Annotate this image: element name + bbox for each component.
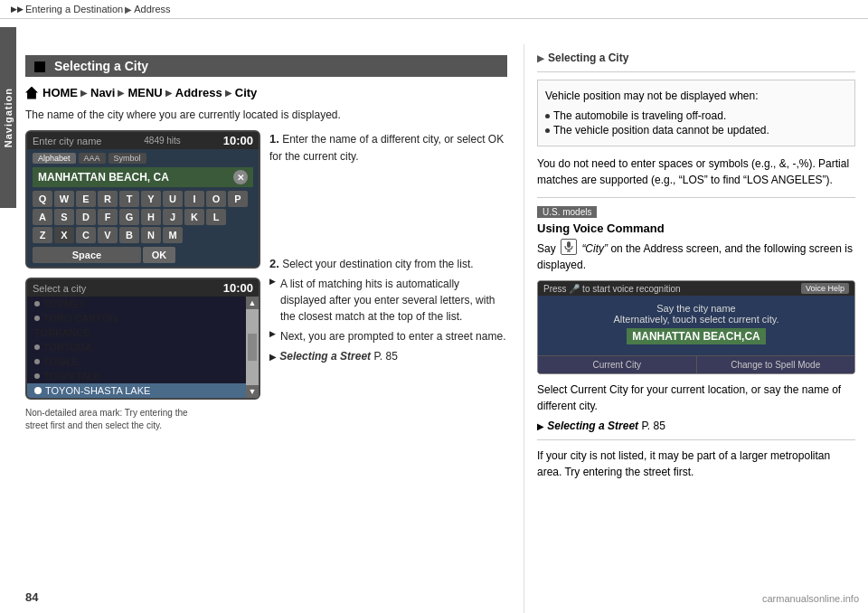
step-1: 1. Enter the name of a different city, o…	[269, 130, 507, 165]
key-e[interactable]: E	[76, 191, 96, 207]
voice-body-line1: Say the city name	[545, 303, 847, 314]
voice-screen-top-label: Press 🎤 to start voice recognition	[543, 284, 681, 294]
ok-key[interactable]: OK	[143, 247, 175, 263]
bullet-dot-1	[545, 114, 550, 118]
key-k[interactable]: K	[184, 209, 204, 225]
voice-command-title: Using Voice Command	[537, 222, 855, 235]
kb-row-3: Z X C V B N M	[33, 227, 253, 243]
key-f[interactable]: F	[98, 209, 118, 225]
watermark: carmanualsonline.info	[762, 593, 859, 604]
key-t[interactable]: T	[119, 191, 139, 207]
key-n[interactable]: N	[141, 227, 161, 243]
step2-bullet2: Next, you are prompted to enter a street…	[269, 328, 507, 344]
nav-home: HOME	[42, 86, 78, 99]
right-title: Selecting a City	[548, 52, 628, 64]
city-name: TORO CANYON	[43, 313, 118, 324]
key-o[interactable]: O	[206, 191, 226, 207]
kb-row-1: Q W E R T Y U I O P	[33, 191, 253, 207]
screen2-topbar: Select a city 10:00	[27, 279, 259, 297]
scroll-down[interactable]: ▼	[246, 385, 259, 398]
current-city-button[interactable]: Current City	[538, 356, 697, 373]
keyboard-tabs: Alphabet AAA Symbol	[33, 153, 253, 164]
breadcrumb-arrow: ▶	[125, 5, 132, 14]
key-y[interactable]: Y	[141, 191, 161, 207]
arrow-right-icon: ▶	[269, 352, 277, 362]
city-bullet	[34, 344, 40, 350]
city-italic-text: “City”	[581, 242, 608, 255]
key-l[interactable]: L	[206, 209, 226, 225]
city-item-tortuga[interactable]: TORTUGA	[27, 340, 246, 354]
key-b[interactable]: B	[119, 227, 139, 243]
key-m[interactable]: M	[163, 227, 183, 243]
selecting-street-ref: ▶ Selecting a Street P. 85	[537, 420, 855, 432]
city-item-toro[interactable]: TORO CANYON	[27, 311, 246, 325]
city-item-torrance[interactable]: TORRANCE	[27, 325, 246, 340]
city-bullet	[34, 316, 40, 321]
scrollbar[interactable]: ▲ ▼	[246, 297, 259, 398]
bullet-dot-2	[545, 128, 550, 133]
svg-rect-0	[567, 241, 571, 248]
screen2-label: Select a city	[33, 283, 86, 294]
city-selected-bullet	[34, 387, 42, 394]
keyboard-area: Alphabet AAA Symbol MANHATTAN BEACH, CA …	[27, 149, 259, 267]
screen-keyboard: Enter city name 4849 hits 10:00 Alphabet…	[25, 130, 260, 269]
key-h[interactable]: H	[141, 209, 161, 225]
info-title: Vehicle position may not be displayed wh…	[545, 88, 847, 104]
city-name: TOYON-SHASTA LAKE	[45, 385, 150, 396]
ref-arrow-icon: ▶	[537, 421, 544, 431]
key-d[interactable]: D	[76, 209, 96, 225]
key-v[interactable]: V	[98, 227, 118, 243]
section-heading: Selecting a City	[25, 55, 507, 77]
screens-steps-container: Enter city name 4849 hits 10:00 Alphabet…	[25, 130, 507, 432]
scroll-thumb[interactable]	[248, 334, 257, 361]
space-key[interactable]: Space	[33, 247, 141, 263]
scroll-up[interactable]: ▲	[246, 297, 259, 309]
step2-ref-text: Selecting a Street	[279, 350, 371, 363]
city-name: TORMEY	[43, 298, 86, 309]
key-w[interactable]: W	[54, 191, 74, 207]
screen-city-list: Select a city 10:00 TORMEY TORO CANYON	[25, 278, 260, 400]
key-g[interactable]: G	[119, 209, 139, 225]
spell-mode-button[interactable]: Change to Spell Mode	[697, 356, 855, 373]
breadcrumb-entering: Entering a Destination	[25, 4, 123, 14]
city-item-towle[interactable]: TOWLE	[27, 354, 246, 369]
nav-arrow-4: ▶	[225, 88, 232, 98]
key-x[interactable]: X	[54, 227, 74, 243]
key-q[interactable]: Q	[33, 191, 52, 207]
key-a[interactable]: A	[33, 209, 52, 225]
step2-bullet1: A list of matching hits is automatically…	[269, 276, 507, 325]
voice-help-button[interactable]: Voice Help	[801, 283, 849, 294]
right-tri-icon: ▶	[537, 53, 544, 63]
kb-tab-symbol[interactable]: Symbol	[108, 153, 146, 164]
nav-city: City	[235, 86, 258, 99]
description-text: The name of the city where you are curre…	[25, 108, 507, 121]
step2-number: 2.	[269, 257, 279, 270]
key-s[interactable]: S	[54, 209, 74, 225]
step-2: 2. Select your destination city from the…	[269, 255, 507, 365]
info-box: Vehicle position may not be displayed wh…	[537, 80, 855, 146]
key-p[interactable]: P	[228, 191, 248, 207]
city-name: TORRANCE	[34, 327, 90, 338]
city-item-toyon[interactable]: TOYON-SHASTA LAKE	[27, 383, 246, 398]
city-item-town-talk[interactable]: TOWN TALK	[27, 369, 246, 383]
step2-bullet2-text: Next, you are prompted to enter a street…	[280, 330, 505, 343]
key-i[interactable]: I	[184, 191, 204, 207]
step1-number: 1.	[269, 132, 279, 146]
clear-button[interactable]: ✕	[233, 170, 248, 184]
key-z[interactable]: Z	[33, 227, 52, 243]
kb-tab-aaa[interactable]: AAA	[79, 153, 106, 164]
kb-tab-alphabet[interactable]: Alphabet	[33, 153, 76, 164]
key-u[interactable]: U	[163, 191, 183, 207]
nav-path: HOME ▶ Navi ▶ MENU ▶ Address ▶ City	[25, 86, 507, 99]
key-c[interactable]: C	[76, 227, 96, 243]
bullet-text-1: The automobile is traveling off-road.	[553, 109, 726, 122]
city-item-tormey[interactable]: TORMEY	[27, 297, 246, 311]
breadcrumb-bar: ▶▶ Entering a Destination ▶ Address	[0, 0, 868, 19]
voice-screen-body: Say the city name Alternatively, touch s…	[538, 296, 854, 355]
screen1-label: Enter city name	[33, 136, 101, 146]
city-input-field[interactable]: MANHATTAN BEACH, CA ✕	[33, 167, 253, 187]
current-city-note-text: Select Current City for your current loc…	[537, 383, 841, 412]
key-j[interactable]: J	[163, 209, 183, 225]
key-r[interactable]: R	[98, 191, 118, 207]
divider-3	[537, 439, 855, 440]
